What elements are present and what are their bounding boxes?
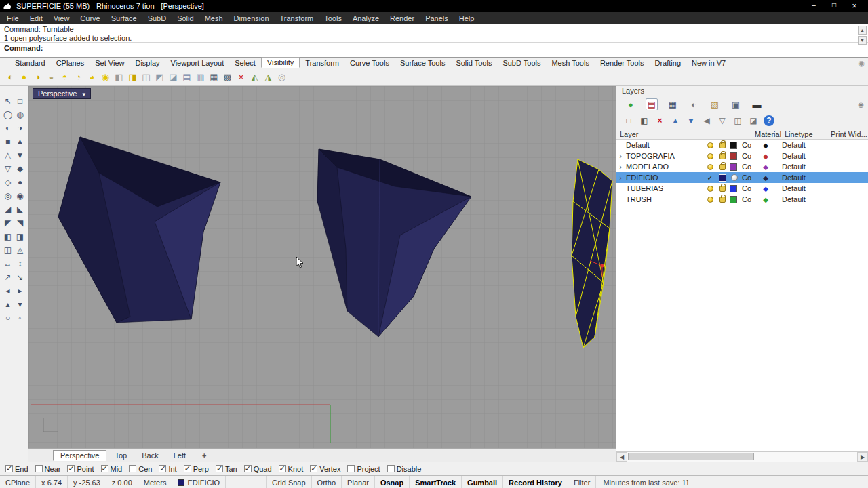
toolbar-tab[interactable]: Select bbox=[229, 58, 261, 68]
osnap-checkbox[interactable] bbox=[347, 465, 355, 472]
tool-icon[interactable]: ↖ bbox=[2, 94, 14, 107]
viewport-tab[interactable]: Perspective bbox=[53, 450, 106, 461]
layer-visibility-bulb-icon[interactable] bbox=[707, 164, 713, 170]
menu-item[interactable]: Solid bbox=[172, 14, 199, 22]
toolbar-icon[interactable]: ● bbox=[18, 70, 31, 83]
panel-tab-icon[interactable]: ▣ bbox=[730, 98, 742, 110]
column-header-layer[interactable]: Layer bbox=[616, 129, 751, 139]
osnap-toggle[interactable]: End bbox=[5, 465, 28, 473]
tool-icon[interactable]: □ bbox=[14, 94, 26, 107]
layer-row[interactable]: › EDIFICIO Continu... Default bbox=[616, 172, 868, 183]
menu-item[interactable]: Tools bbox=[319, 14, 347, 22]
toolbar-icon[interactable]: ▦ bbox=[208, 70, 220, 83]
toolbar-tab[interactable]: Display bbox=[130, 58, 165, 68]
toolbar-icon[interactable]: ◩ bbox=[153, 70, 166, 83]
layer-color-swatch[interactable] bbox=[730, 142, 737, 149]
layer-name[interactable]: TUBERIAS bbox=[625, 184, 703, 192]
layer-row[interactable]: Default Continuo... Default bbox=[616, 140, 868, 150]
layer-print-width[interactable]: Default bbox=[781, 195, 816, 203]
toolbar-icon[interactable]: ◭ bbox=[248, 70, 261, 83]
layer-toolbar-icon[interactable]: × bbox=[654, 115, 665, 126]
tool-icon[interactable]: ◥ bbox=[14, 216, 26, 229]
menu-item[interactable]: Panels bbox=[420, 14, 454, 22]
status-toggle[interactable]: Osnap bbox=[375, 476, 410, 488]
tool-icon[interactable]: ◍ bbox=[14, 108, 26, 121]
maximize-button[interactable] bbox=[830, 1, 838, 11]
toolbar-icon[interactable]: ◕ bbox=[85, 70, 98, 83]
menu-item[interactable]: Render bbox=[384, 14, 420, 22]
osnap-toggle[interactable]: Mid bbox=[101, 465, 123, 473]
toolbar-tab[interactable]: CPlanes bbox=[51, 58, 90, 68]
tool-icon[interactable]: ◨ bbox=[14, 230, 26, 243]
osnap-toggle[interactable]: Tan bbox=[216, 465, 237, 473]
osnap-toggle[interactable]: Cen bbox=[129, 465, 152, 473]
toolbar-icon[interactable]: ◒ bbox=[45, 70, 58, 83]
toolbar-tab[interactable]: Curve Tools bbox=[344, 58, 395, 68]
layer-linetype[interactable]: Continuo... bbox=[738, 184, 751, 192]
layer-name[interactable]: TRUSH bbox=[625, 195, 703, 203]
toolbar-icon[interactable]: ◐ bbox=[4, 70, 17, 83]
toolbar-tab[interactable]: Drafting bbox=[650, 58, 687, 68]
scroll-left-button[interactable] bbox=[616, 452, 627, 462]
toolbar-icon[interactable]: ◎ bbox=[275, 70, 288, 83]
tool-icon[interactable]: ▾ bbox=[14, 298, 26, 310]
toolbar-tab[interactable]: Viewport Layout bbox=[165, 58, 230, 68]
tool-icon[interactable]: ◫ bbox=[2, 243, 14, 256]
menu-item[interactable]: SubD bbox=[142, 14, 172, 22]
column-header-printwidth[interactable]: Print Wid... bbox=[827, 129, 868, 139]
layer-toolbar-icon[interactable]: ◀ bbox=[701, 115, 712, 126]
status-toggle[interactable]: Record History bbox=[503, 476, 568, 488]
scroll-right-button[interactable] bbox=[857, 452, 868, 462]
layer-toolbar-icon[interactable]: ◫ bbox=[732, 115, 743, 126]
layer-toolbar-icon[interactable]: ▲ bbox=[670, 115, 681, 126]
osnap-checkbox[interactable] bbox=[244, 465, 252, 472]
status-toggle[interactable]: Grid Snap bbox=[267, 476, 312, 488]
toolbar-icon[interactable]: ◓ bbox=[58, 70, 71, 83]
toolbar-icon[interactable]: ◫ bbox=[140, 70, 153, 83]
layer-name[interactable]: Default bbox=[625, 141, 703, 149]
layer-visibility-bulb-icon[interactable] bbox=[707, 186, 713, 192]
viewport-menu-arrow-icon[interactable] bbox=[82, 89, 85, 98]
toolbar-icon[interactable]: ▤ bbox=[180, 70, 193, 83]
menu-item[interactable]: Edit bbox=[24, 14, 48, 22]
layer-lock-icon[interactable] bbox=[719, 153, 726, 159]
tool-icon[interactable]: ◉ bbox=[14, 189, 26, 202]
column-header-linetype[interactable]: Linetype bbox=[781, 129, 827, 139]
add-viewport-icon[interactable] bbox=[202, 451, 206, 460]
tool-icon[interactable]: ◎ bbox=[2, 189, 14, 202]
layer-row[interactable]: › TOPOGRAFIA Continuo... Default bbox=[616, 150, 868, 161]
osnap-checkbox[interactable] bbox=[184, 465, 191, 472]
toolbar-icon[interactable]: × bbox=[235, 70, 248, 83]
menu-item[interactable]: Curve bbox=[75, 14, 105, 22]
close-button[interactable] bbox=[850, 1, 859, 11]
column-header-material[interactable]: Material bbox=[751, 129, 781, 139]
units-indicator[interactable]: Meters bbox=[138, 476, 173, 488]
layer-toolbar-icon[interactable]: ? bbox=[764, 115, 774, 126]
status-toggle[interactable]: Gumball bbox=[462, 476, 503, 488]
toolbar-icon[interactable]: ◮ bbox=[262, 70, 275, 83]
osnap-toggle[interactable]: Point bbox=[67, 465, 94, 473]
tool-icon[interactable]: ▼ bbox=[14, 148, 26, 161]
menu-item[interactable]: Help bbox=[454, 14, 480, 22]
status-toggle[interactable]: Ortho bbox=[312, 476, 342, 488]
layer-visibility-bulb-icon[interactable] bbox=[707, 197, 713, 203]
osnap-toggle[interactable]: Quad bbox=[244, 465, 272, 473]
tool-icon[interactable]: ◑ bbox=[14, 121, 26, 134]
menu-item[interactable]: File bbox=[1, 14, 24, 22]
layer-linetype[interactable]: Continuo... bbox=[738, 141, 751, 149]
tool-icon[interactable]: ▸ bbox=[14, 284, 26, 297]
osnap-toggle[interactable]: Near bbox=[35, 465, 61, 473]
panel-tab-icon[interactable]: ◐ bbox=[688, 98, 700, 110]
layer-print-width[interactable]: Default bbox=[781, 174, 816, 182]
layer-toolbar-icon[interactable]: ◧ bbox=[639, 115, 650, 126]
osnap-checkbox[interactable] bbox=[67, 465, 75, 472]
tool-icon[interactable]: ▲ bbox=[14, 135, 26, 148]
layer-toolbar-icon[interactable]: ▼ bbox=[686, 115, 696, 126]
osnap-toggle[interactable]: Disable bbox=[387, 465, 422, 473]
menu-item[interactable]: Mesh bbox=[199, 14, 229, 22]
toolbar-icon[interactable]: ◪ bbox=[167, 70, 180, 83]
status-toggle[interactable]: Planar bbox=[342, 476, 375, 488]
toolbar-tab[interactable]: Solid Tools bbox=[450, 58, 497, 68]
toolbar-tab[interactable]: Mesh Tools bbox=[546, 58, 594, 68]
tool-icon[interactable]: ↕ bbox=[14, 257, 26, 270]
